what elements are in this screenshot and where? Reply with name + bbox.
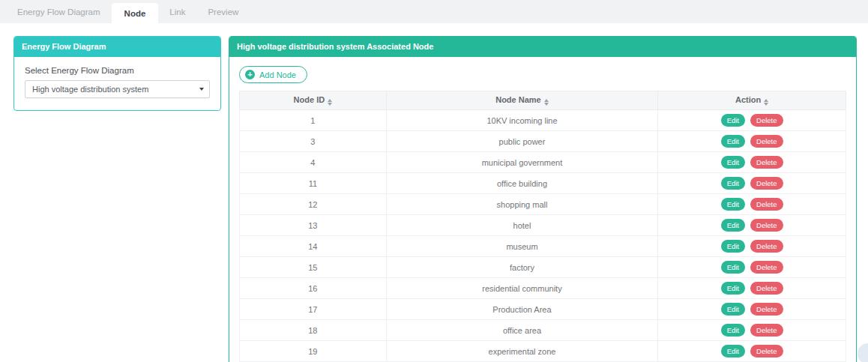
diagram-select-value: High voltage distribution system	[32, 85, 148, 94]
sort-icon	[544, 99, 549, 106]
right-panel-title: High voltage distribution system Associa…	[229, 37, 856, 57]
top-tab-bar: Energy Flow Diagram Node Link Preview	[0, 0, 868, 23]
chevron-down-icon	[199, 88, 204, 91]
node-name-cell: public power	[386, 131, 657, 152]
node-id-cell: 4	[240, 152, 387, 173]
associated-node-panel: High voltage distribution system Associa…	[229, 36, 857, 362]
action-cell: Edit Delete	[658, 152, 846, 173]
energy-flow-diagram-panel: Energy Flow Diagram Select Energy Flow D…	[13, 36, 221, 111]
node-name-cell: shopping mall	[386, 194, 657, 215]
column-header-action[interactable]: Action	[658, 91, 846, 110]
action-cell: Edit Delete	[658, 131, 846, 152]
column-header-label: Node ID	[294, 95, 325, 104]
sort-icon	[764, 99, 768, 106]
edit-button[interactable]: Edit	[721, 114, 745, 127]
edit-button[interactable]: Edit	[721, 240, 745, 253]
action-cell: Edit Delete	[658, 320, 846, 341]
delete-button[interactable]: Delete	[750, 114, 783, 127]
node-name-cell: office area	[386, 320, 657, 341]
table-row: 4 municipal government Edit Delete	[240, 152, 846, 173]
app-window: Energy Flow Diagram Node Link Preview En…	[0, 0, 868, 362]
column-header-label: Action	[735, 95, 761, 104]
left-panel-body: Select Energy Flow Diagram High voltage …	[14, 57, 220, 110]
header-row: Node ID Node Name Action	[240, 91, 846, 110]
edit-button[interactable]: Edit	[721, 345, 745, 358]
node-name-cell: museum	[386, 236, 657, 257]
plus-circle-icon: +	[245, 70, 255, 79]
edit-button[interactable]: Edit	[721, 198, 745, 211]
node-name-cell: factory	[386, 257, 657, 278]
node-id-cell: 13	[240, 215, 387, 236]
node-id-cell: 11	[240, 173, 387, 194]
table-row: 17 Production Area Edit Delete	[240, 299, 846, 320]
column-header-node-id[interactable]: Node ID	[240, 91, 387, 110]
delete-button[interactable]: Delete	[750, 219, 783, 232]
add-node-button-label: Add Node	[259, 70, 296, 79]
floating-scroll-widget[interactable]	[858, 343, 868, 362]
action-cell: Edit Delete	[658, 215, 846, 236]
action-cell: Edit Delete	[658, 257, 846, 278]
delete-button[interactable]: Delete	[750, 324, 783, 337]
left-panel-title: Energy Flow Diagram	[14, 37, 220, 57]
delete-button[interactable]: Delete	[750, 177, 783, 190]
add-node-button[interactable]: + Add Node	[239, 66, 307, 83]
delete-button[interactable]: Delete	[750, 156, 783, 169]
node-table: Node ID Node Name Action 1	[239, 91, 846, 362]
action-cell: Edit Delete	[658, 194, 846, 215]
action-cell: Edit Delete	[658, 278, 846, 299]
node-id-cell: 3	[240, 131, 387, 152]
edit-button[interactable]: Edit	[721, 219, 745, 232]
table-row: 19 experimental zone Edit Delete	[240, 341, 846, 362]
edit-button[interactable]: Edit	[721, 303, 745, 316]
delete-button[interactable]: Delete	[750, 198, 783, 211]
node-table-head: Node ID Node Name Action	[240, 91, 846, 110]
edit-button[interactable]: Edit	[721, 261, 745, 274]
delete-button[interactable]: Delete	[750, 240, 783, 253]
action-cell: Edit Delete	[658, 236, 846, 257]
delete-button[interactable]: Delete	[750, 282, 783, 295]
column-header-label: Node Name	[495, 95, 541, 104]
edit-button[interactable]: Edit	[721, 135, 745, 148]
edit-button[interactable]: Edit	[721, 177, 745, 190]
table-row: 3 public power Edit Delete	[240, 131, 846, 152]
sort-icon	[328, 99, 332, 106]
node-id-cell: 19	[240, 341, 387, 362]
edit-button[interactable]: Edit	[721, 156, 745, 169]
node-id-cell: 12	[240, 194, 387, 215]
column-header-node-name[interactable]: Node Name	[386, 91, 657, 110]
tab-link[interactable]: Link	[158, 0, 196, 23]
delete-button[interactable]: Delete	[750, 303, 783, 316]
node-name-cell: experimental zone	[386, 341, 657, 362]
node-id-cell: 17	[240, 299, 387, 320]
action-cell: Edit Delete	[658, 173, 846, 194]
delete-button[interactable]: Delete	[750, 135, 783, 148]
node-name-cell: Production Area	[386, 299, 657, 320]
action-cell: Edit Delete	[658, 299, 846, 320]
table-row: 16 residential community Edit Delete	[240, 278, 846, 299]
node-id-cell: 14	[240, 236, 387, 257]
diagram-select[interactable]: High voltage distribution system	[25, 80, 210, 98]
node-id-cell: 1	[240, 110, 387, 131]
right-panel-body: + Add Node Node ID Node Name	[229, 57, 856, 362]
node-name-cell: municipal government	[386, 152, 657, 173]
node-name-cell: office building	[386, 173, 657, 194]
table-row: 13 hotel Edit Delete	[240, 215, 846, 236]
node-table-body: 1 10KV incoming line Edit Delete 3 publi…	[240, 110, 846, 362]
node-id-cell: 15	[240, 257, 387, 278]
delete-button[interactable]: Delete	[750, 345, 783, 358]
node-id-cell: 16	[240, 278, 387, 299]
node-name-cell: residential community	[386, 278, 657, 299]
node-name-cell: hotel	[386, 215, 657, 236]
edit-button[interactable]: Edit	[721, 324, 745, 337]
tab-preview[interactable]: Preview	[196, 0, 250, 23]
table-row: 15 factory Edit Delete	[240, 257, 846, 278]
node-name-cell: 10KV incoming line	[386, 110, 657, 131]
table-row: 11 office building Edit Delete	[240, 173, 846, 194]
edit-button[interactable]: Edit	[721, 282, 745, 295]
tab-node[interactable]: Node	[112, 3, 159, 23]
diagram-select-label: Select Energy Flow Diagram	[25, 66, 210, 75]
action-cell: Edit Delete	[658, 110, 846, 131]
table-row: 18 office area Edit Delete	[240, 320, 846, 341]
delete-button[interactable]: Delete	[750, 261, 783, 274]
tab-energy-flow-diagram[interactable]: Energy Flow Diagram	[6, 0, 112, 23]
